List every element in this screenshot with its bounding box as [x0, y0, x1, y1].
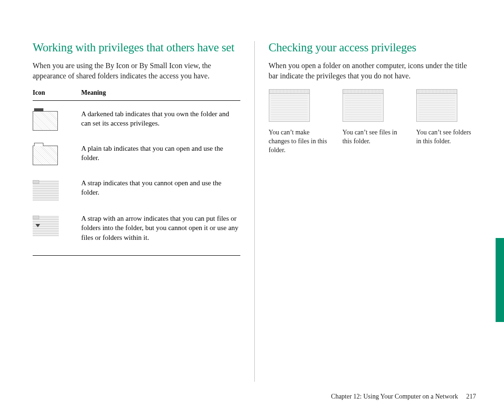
window-no-folders-icon	[416, 89, 457, 122]
table-bottom-rule	[33, 255, 240, 256]
column-divider	[254, 41, 255, 382]
privilege-item: You can’t see files in this folder.	[343, 89, 402, 155]
privilege-caption: You can’t see folders in this folder.	[416, 128, 476, 146]
document-page: Working with privileges that others have…	[0, 0, 504, 420]
table-row: A strap with an arrow indicates that you…	[33, 214, 240, 242]
footer-page-number: 217	[466, 393, 476, 400]
window-lines-decoration	[345, 95, 381, 119]
folder-plain-tab-icon	[33, 146, 58, 165]
icon-cell	[33, 178, 70, 201]
two-column-layout: Working with privileges that others have…	[33, 41, 476, 382]
col-header-meaning: Meaning	[81, 89, 240, 97]
privilege-caption: You can’t see files in this folder.	[343, 128, 402, 146]
left-heading: Working with privileges that others have…	[33, 41, 240, 54]
left-column: Working with privileges that others have…	[33, 41, 240, 382]
window-no-files-icon	[343, 89, 384, 122]
privilege-item: You can’t see folders in this folder.	[416, 89, 476, 155]
page-footer: Chapter 12: Using Your Computer on a Net…	[331, 393, 476, 400]
window-no-changes-icon	[269, 89, 310, 122]
table-row: A darkened tab indicates that you own th…	[33, 109, 240, 131]
icon-meaning-table: Icon Meaning A darkened tab indicates th…	[33, 89, 240, 256]
folder-dark-tab-icon	[33, 111, 58, 131]
green-index-tab	[496, 238, 504, 322]
icon-cell	[33, 109, 70, 131]
icon-cell	[33, 144, 70, 165]
table-row: A strap indicates that you cannot open a…	[33, 178, 240, 201]
left-intro-paragraph: When you are using the By Icon or By Sma…	[33, 61, 240, 81]
right-intro-paragraph: When you open a folder on another comput…	[269, 61, 476, 81]
privilege-item: You can’t make changes to files in this …	[269, 89, 329, 155]
right-heading: Checking your access privileges	[269, 41, 476, 54]
right-column: Checking your access privileges When you…	[269, 41, 476, 382]
icon-cell	[33, 214, 70, 236]
meaning-cell: A darkened tab indicates that you own th…	[81, 109, 240, 128]
footer-chapter: Chapter 12: Using Your Computer on a Net…	[331, 393, 458, 400]
meaning-cell: A strap indicates that you cannot open a…	[81, 178, 240, 197]
col-header-icon: Icon	[33, 89, 70, 97]
meaning-cell: A plain tab indicates that you can open …	[81, 144, 240, 163]
privilege-icons-row: You can’t make changes to files in this …	[269, 89, 476, 155]
meaning-cell: A strap with an arrow indicates that you…	[81, 214, 240, 242]
folder-strap-icon	[33, 180, 59, 201]
window-lines-decoration	[419, 95, 455, 119]
privilege-caption: You can’t make changes to files in this …	[269, 128, 329, 155]
table-row: A plain tab indicates that you can open …	[33, 144, 240, 165]
table-header-row: Icon Meaning	[33, 89, 240, 101]
folder-strap-arrow-icon	[33, 216, 59, 236]
window-lines-decoration	[271, 95, 308, 119]
